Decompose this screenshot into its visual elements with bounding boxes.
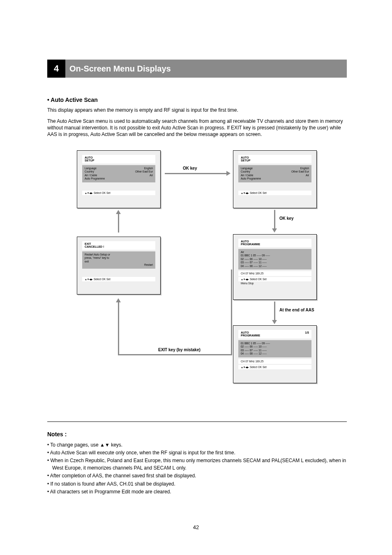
panel-auto-programme-progress: AUTO PROGRAMME Air 01 BBC 1 05 ----- 09 … bbox=[233, 234, 317, 300]
panel-extra: CH 07 MHz 189.25 bbox=[238, 359, 311, 364]
panel-body: LanguageEnglish CountryOther East Eur Ai… bbox=[238, 165, 311, 182]
flow-arrow bbox=[118, 354, 232, 355]
arrow-down-icon bbox=[272, 320, 277, 324]
page-number: 42 bbox=[0, 524, 392, 530]
panel-extra: CH 07 MHz 189.25 bbox=[238, 271, 311, 276]
panel-body: Air 01 BBC 1 05 ----- 09 ----- 02 ----- … bbox=[238, 249, 311, 269]
panel-title: AUTO PROGRAMME1/3 bbox=[238, 330, 311, 339]
panel-auto-setup-1: AUTO SETUP LanguageEnglish CountryOther … bbox=[77, 150, 161, 208]
panel-footer: ▲▼◀▶ Select OK Set bbox=[238, 277, 311, 281]
divider bbox=[47, 421, 347, 422]
arrow-up-icon bbox=[116, 210, 121, 214]
flow-arrow bbox=[274, 302, 275, 320]
arrow-caption: OK key bbox=[183, 166, 197, 170]
section-header: 4 On-Screen Menu Displays bbox=[47, 60, 347, 78]
arrows-icon: ▲▼◀▶ bbox=[85, 191, 93, 194]
arrow-down-icon bbox=[272, 228, 277, 233]
flow-arrow bbox=[274, 210, 275, 228]
panel-footer: ▲▼◀▶ Select OK Set bbox=[82, 277, 155, 281]
aas-intro-paragraph: The Auto Active Scan menu is used to aut… bbox=[47, 118, 347, 138]
flow-arrow bbox=[118, 214, 119, 233]
arrow-caption: EXIT key (by mistake) bbox=[158, 348, 201, 352]
panel-title: AUTO SETUP bbox=[82, 155, 155, 164]
panel-body: 01 BBC 1 05 ----- 09 ----- 02 ----- 06 -… bbox=[238, 340, 311, 357]
arrows-icon: ▲▼◀▶ bbox=[241, 191, 249, 194]
note-item: • If no station is found after AAS, CH.0… bbox=[47, 481, 347, 488]
aas-heading: • Auto Active Scan bbox=[47, 97, 347, 103]
arrows-icon: ▲▼◀▶ bbox=[85, 278, 93, 281]
aas-subheading: This display appears when the memory is … bbox=[47, 107, 347, 113]
panel-title: EXIT CANCELLED ! bbox=[82, 241, 155, 250]
panel-body: Restart Auto Setup or press, "menu" key … bbox=[82, 251, 155, 269]
flow-diagram: AUTO SETUP LanguageEnglish CountryOther … bbox=[47, 150, 347, 405]
panel-footer-2: Menu Stop bbox=[238, 281, 311, 285]
panel-auto-setup-2: AUTO SETUP LanguageEnglish CountryOther … bbox=[233, 150, 317, 208]
note-item: • When in Czech Republic, Poland and Eas… bbox=[47, 457, 347, 472]
notes-list: • To change pages, use ▲▼ keys. • Auto A… bbox=[47, 442, 347, 496]
notes-heading: Notes : bbox=[47, 431, 347, 438]
panel-footer: ▲▼◀▶ Select OK Set bbox=[82, 191, 155, 195]
arrows-icon: ▲▼◀▶ bbox=[241, 278, 249, 281]
arrow-right-icon bbox=[226, 171, 231, 176]
panel-title: AUTO SETUP bbox=[238, 155, 311, 164]
arrows-icon: ▲▼◀▶ bbox=[241, 366, 249, 368]
panel-exit-cancelled: EXIT CANCELLED ! Restart Auto Setup or p… bbox=[77, 237, 161, 295]
section-number: 4 bbox=[47, 60, 65, 78]
note-item: • All characters set in Programme Edit m… bbox=[47, 488, 347, 495]
panel-auto-programme-result: AUTO PROGRAMME1/3 01 BBC 1 05 ----- 09 -… bbox=[233, 325, 317, 383]
panel-body: LanguageEnglish CountryOther East Eur Ai… bbox=[82, 165, 155, 182]
arrow-up-icon bbox=[116, 298, 121, 302]
arrow-caption: At the end of AAS bbox=[279, 308, 314, 312]
flow-arrow bbox=[231, 269, 232, 355]
flow-arrow bbox=[118, 302, 119, 355]
panel-title: AUTO PROGRAMME bbox=[238, 239, 311, 247]
arrow-caption: OK key bbox=[279, 216, 293, 221]
section-title: On-Screen Menu Displays bbox=[65, 60, 347, 78]
panel-footer: ▲▼◀▶ Select OK Set bbox=[238, 365, 311, 369]
note-item: • Auto Active Scan will execute only onc… bbox=[47, 449, 347, 456]
updown-arrows-icon: ▲▼ bbox=[100, 442, 110, 448]
panel-footer: ▲▼◀▶ Select OK Set bbox=[238, 191, 311, 195]
note-item: • To change pages, use ▲▼ keys. bbox=[47, 442, 347, 449]
flow-arrow bbox=[165, 173, 226, 174]
note-item: • After completion of AAS, the channel s… bbox=[47, 472, 347, 479]
